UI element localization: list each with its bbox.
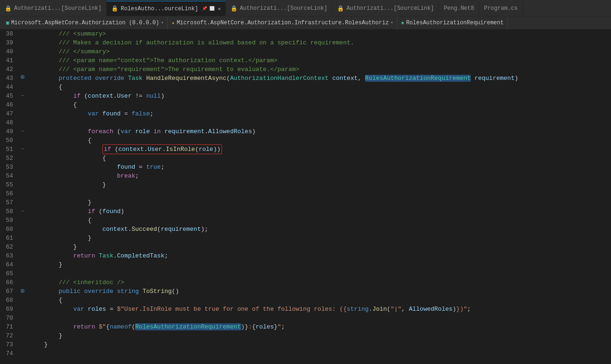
line-content-44: { xyxy=(27,83,611,92)
line-content-62: } xyxy=(27,243,611,251)
code-line-53: 53 found = true; xyxy=(0,163,611,171)
line-content-73: } xyxy=(27,340,611,349)
code-line-43: 43 ⊙ protected override Task HandleRequi… xyxy=(0,74,611,83)
class-label: RolesAuthorizationRequirement xyxy=(406,20,504,26)
namespace-label: Microsoft.AspNetCore.Authorization.Infra… xyxy=(177,20,389,26)
code-line-56: 56 xyxy=(0,189,611,198)
code-line-44: 44 { xyxy=(0,83,611,92)
line-content-41: /// <param name="context">The authorizat… xyxy=(27,56,611,65)
line-content-46: { xyxy=(27,100,611,109)
lock-icon-4: 🔒 xyxy=(337,5,344,12)
code-line-38: 38 /// <summary> xyxy=(0,29,611,38)
line-num-66: 66 xyxy=(0,278,18,287)
line-num-55: 55 xyxy=(0,180,18,189)
line-content-72: } xyxy=(27,331,611,340)
line-content-66: /// <inheritdoc /> xyxy=(27,278,611,287)
line-content-58: if (found) xyxy=(27,207,611,216)
gutter-45[interactable]: − xyxy=(18,92,27,100)
line-num-59: 59 xyxy=(0,216,18,225)
code-line-50: 50 { xyxy=(0,136,611,145)
code-line-60: 60 context.Succeed(requirement); xyxy=(0,225,611,234)
tab-1[interactable]: 🔒 Authorizati...[SourceLink] xyxy=(0,1,107,16)
line-num-72: 72 xyxy=(0,331,18,340)
line-content-64: } xyxy=(27,260,611,269)
line-num-39: 39 xyxy=(0,38,18,47)
gutter-51[interactable]: − xyxy=(18,145,27,154)
code-line-47: 47 var found = false; xyxy=(0,109,611,118)
tab-label-2: RolesAutho...ourceLink] xyxy=(121,6,198,12)
collapse-58[interactable]: − xyxy=(21,207,24,216)
gutter-49[interactable]: − xyxy=(18,127,27,136)
line-content-60: context.Succeed(requirement); xyxy=(27,225,611,234)
namespace-icon: ⬧ xyxy=(172,20,175,26)
line-num-48: 48 xyxy=(0,118,18,127)
code-line-58: 58 − if (found) xyxy=(0,207,611,216)
code-line-48: 48 xyxy=(0,118,611,127)
code-line-42: 42 /// <param name="requirement">The req… xyxy=(0,65,611,74)
code-line-66: 66 /// <inheritdoc /> xyxy=(0,278,611,287)
collapse-51[interactable]: − xyxy=(21,145,24,154)
code-line-41: 41 /// <param name="context">The authori… xyxy=(0,56,611,65)
tab-label-4: Authorizati...[SourceLink] xyxy=(346,5,434,12)
code-line-54: 54 break; xyxy=(0,171,611,180)
line-content-50: { xyxy=(27,136,611,145)
tab-6[interactable]: Program.cs xyxy=(479,1,523,16)
line-content-57: } xyxy=(27,198,611,207)
tab-3[interactable]: 🔒 Authorizati...[SourceLink] xyxy=(226,1,332,16)
line-content-42: /// <param name="requirement">The requir… xyxy=(27,65,611,74)
line-content-45: if (context.User != null) xyxy=(27,92,611,100)
collapse-45[interactable]: − xyxy=(21,92,24,100)
tab-2[interactable]: 🔒 RolesAutho...ourceLink] 📌 ⬜ ✕ xyxy=(107,1,226,16)
code-line-52: 52 { xyxy=(0,154,611,163)
line-content-67: public override string ToString() xyxy=(27,287,611,296)
tab-bar: 🔒 Authorizati...[SourceLink] 🔒 RolesAuth… xyxy=(0,0,611,16)
gutter-67[interactable]: ⊙ xyxy=(18,287,27,296)
tab-label-5: Peng.Net8 xyxy=(444,5,474,12)
dropdown-arrow-2: ▾ xyxy=(391,20,393,25)
code-line-74: 74 xyxy=(0,349,611,358)
line-content-38: /// <summary> xyxy=(27,29,611,38)
line-num-53: 53 xyxy=(0,163,18,171)
lock-icon-1: 🔒 xyxy=(5,5,12,12)
line-content-49: foreach (var role in requirement.Allowed… xyxy=(27,127,611,136)
line-content-47: var found = false; xyxy=(27,109,611,118)
line-num-56: 56 xyxy=(0,189,18,198)
class-icon: ◈ xyxy=(401,20,404,26)
code-line-61: 61 } xyxy=(0,234,611,243)
code-line-59: 59 { xyxy=(0,216,611,225)
nav-class[interactable]: ◈ RolesAuthorizationRequirement xyxy=(397,16,508,29)
gutter-58[interactable]: − xyxy=(18,207,27,216)
gutter-43[interactable]: ⊙ xyxy=(18,74,27,80)
line-content-68: { xyxy=(27,296,611,305)
line-num-45: 45 xyxy=(0,92,18,100)
tab-5[interactable]: Peng.Net8 xyxy=(439,1,479,16)
tab-label-6: Program.cs xyxy=(484,5,518,12)
line-num-50: 50 xyxy=(0,136,18,145)
line-content-54: break; xyxy=(27,171,611,180)
line-num-46: 46 xyxy=(0,100,18,109)
line-content-43: protected override Task HandleRequiremen… xyxy=(27,74,611,83)
split-icon[interactable]: ⬜ xyxy=(209,6,215,11)
assembly-label: Microsoft.AspNetCore.Authorization (8.0.… xyxy=(11,20,159,26)
collapse-49[interactable]: − xyxy=(21,127,24,136)
close-tab-2[interactable]: ✕ xyxy=(218,6,221,12)
line-num-70: 70 xyxy=(0,314,18,322)
code-area[interactable]: 38 /// <summary> 39 /// Makes a decision… xyxy=(0,29,611,364)
code-line-70: 70 xyxy=(0,314,611,322)
line-num-73: 73 xyxy=(0,340,18,349)
code-line-68: 68 { xyxy=(0,296,611,305)
line-num-54: 54 xyxy=(0,171,18,180)
nav-namespace[interactable]: ⬧ Microsoft.AspNetCore.Authorization.Inf… xyxy=(168,16,397,29)
line-num-65: 65 xyxy=(0,269,18,278)
line-content-61: } xyxy=(27,234,611,243)
line-content-52: { xyxy=(27,154,611,163)
line-num-44: 44 xyxy=(0,83,18,92)
code-line-55: 55 } xyxy=(0,180,611,189)
tab-4[interactable]: 🔒 Authorizati...[SourceLink] xyxy=(332,1,439,16)
line-num-74: 74 xyxy=(0,349,18,358)
code-line-65: 65 xyxy=(0,269,611,278)
line-num-64: 64 xyxy=(0,260,18,269)
nav-assembly[interactable]: ▣ Microsoft.AspNetCore.Authorization (8.… xyxy=(2,16,168,29)
pin-icon: 📌 xyxy=(202,6,207,11)
line-num-69: 69 xyxy=(0,305,18,314)
